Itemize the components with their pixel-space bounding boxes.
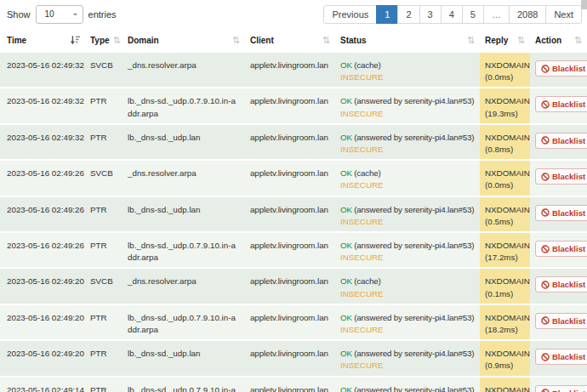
- action-cell: Blacklist: [530, 377, 587, 392]
- column-header-domain[interactable]: Domain ⇅: [123, 31, 245, 52]
- page-5-button[interactable]: 5: [462, 5, 484, 24]
- reply-cell: NXDOMAIN (0.5ms): [480, 196, 530, 232]
- dnssec-status: INSECURE: [340, 108, 475, 120]
- table-row: 2023-05-16 02:49:26 SVCB _dns.resolver.a…: [0, 160, 587, 196]
- entries-select[interactable]: 10: [36, 5, 83, 24]
- reply-cell: NXDOMAIN (17.2ms): [480, 232, 530, 268]
- status-cell: OK (cache) INSECURE: [335, 268, 480, 304]
- action-cell: Blacklist: [530, 232, 587, 268]
- table-row: 2023-05-16 02:49:20 PTR lb._dns-sd._udp.…: [0, 340, 587, 376]
- query-log-page: Show 10 ⌄ entries Previous12345…2088Next…: [0, 0, 587, 392]
- dnssec-status: INSECURE: [340, 252, 475, 264]
- table-row: 2023-05-16 02:49:14 PTR lb._dns-sd._udp.…: [0, 377, 587, 392]
- domain-cell: lb._dns-sd._udp.lan: [123, 196, 245, 232]
- blacklist-button[interactable]: Blacklist: [535, 96, 587, 112]
- action-cell: Blacklist: [530, 340, 587, 376]
- page-length-control: Show 10 ⌄ entries: [7, 5, 117, 24]
- page-2088-button[interactable]: 2088: [509, 5, 546, 24]
- time-cell: 2023-05-16 02:49:26: [0, 196, 85, 232]
- column-header-time[interactable]: Time: [0, 31, 85, 52]
- blacklist-button[interactable]: Blacklist: [535, 133, 587, 149]
- ban-icon: [541, 136, 550, 145]
- ban-icon: [541, 281, 550, 289]
- blacklist-button[interactable]: Blacklist: [535, 349, 587, 365]
- reply-cell: NXDOMAIN (0.8ms): [480, 124, 530, 160]
- page-3-button[interactable]: 3: [419, 5, 442, 24]
- dnssec-status: INSECURE: [340, 360, 475, 372]
- blacklist-button[interactable]: Blacklist: [535, 241, 587, 257]
- time-cell: 2023-05-16 02:49:20: [0, 340, 85, 376]
- time-cell: 2023-05-16 02:49:20: [0, 268, 85, 304]
- ban-icon: [541, 389, 550, 392]
- column-header-type[interactable]: Type ⇅: [85, 31, 123, 52]
- status-cell: OK (answered by serenity-pi4.lan#53) INS…: [335, 340, 480, 376]
- table-row: 2023-05-16 02:49:26 PTR lb._dns-sd._udp.…: [0, 232, 587, 268]
- page-2-button[interactable]: 2: [397, 5, 419, 24]
- domain-cell: lb._dns-sd._udp.0.7.9.10.in-addr.arpa: [123, 88, 245, 123]
- ban-icon: [541, 65, 550, 73]
- ban-icon: [541, 208, 550, 217]
- entries-select-wrap: 10 ⌄: [36, 5, 83, 24]
- client-cell: appletv.livingroom.lan: [245, 52, 335, 88]
- dnssec-status: INSECURE: [340, 288, 475, 300]
- action-cell: Blacklist: [530, 124, 587, 160]
- query-type-cell: PTR: [85, 304, 123, 340]
- time-cell: 2023-05-16 02:49:32: [0, 52, 85, 88]
- domain-cell: _dns.resolver.arpa: [123, 268, 245, 304]
- domain-cell: lb._dns-sd._udp.lan: [123, 340, 245, 376]
- client-cell: appletv.livingroom.lan: [245, 377, 335, 392]
- dnssec-status: INSECURE: [340, 324, 475, 336]
- blacklist-button[interactable]: Blacklist: [535, 276, 587, 293]
- domain-cell: lb._dns-sd._udp.0.7.9.10.in-addr.arpa: [123, 304, 245, 340]
- domain-cell: lb._dns-sd._udp.lan: [123, 124, 245, 160]
- action-cell: Blacklist: [530, 160, 587, 196]
- ban-icon: [541, 353, 550, 361]
- time-cell: 2023-05-16 02:49:32: [0, 88, 85, 123]
- table-header: Time Type ⇅: [0, 31, 587, 52]
- status-cell: OK (answered by serenity-pi4.lan#53) INS…: [335, 304, 480, 340]
- query-type-cell: PTR: [85, 377, 123, 392]
- page-4-button[interactable]: 4: [441, 5, 463, 24]
- client-cell: appletv.livingroom.lan: [245, 160, 335, 196]
- query-log-body: 2023-05-16 02:49:32 SVCB _dns.resolver.a…: [0, 52, 587, 392]
- blacklist-button[interactable]: Blacklist: [535, 313, 587, 329]
- table-row: 2023-05-16 02:49:20 PTR lb._dns-sd._udp.…: [0, 304, 587, 340]
- client-cell: appletv.livingroom.lan: [245, 124, 335, 160]
- time-cell: 2023-05-16 02:49:20: [0, 304, 85, 340]
- reply-cell: NXDOMAIN (19.3ms): [480, 88, 530, 123]
- column-header-reply[interactable]: Reply ⇅: [480, 31, 530, 52]
- status-cell: OK (answered by serenity-pi4.lan#53) INS…: [335, 232, 480, 268]
- query-type-cell: SVCB: [85, 268, 123, 304]
- status-cell: OK (cache) INSECURE: [335, 160, 480, 196]
- previous-page-button[interactable]: Previous: [323, 5, 377, 24]
- entries-label: entries: [88, 9, 117, 20]
- blacklist-button[interactable]: Blacklist: [535, 205, 587, 221]
- page-1-button[interactable]: 1: [376, 5, 398, 24]
- column-header-action[interactable]: Action ⇅: [530, 31, 587, 52]
- action-cell: Blacklist: [530, 304, 587, 340]
- status-cell: OK (cache) INSECURE: [335, 52, 480, 88]
- column-header-client[interactable]: Client ⇅: [245, 31, 335, 52]
- client-cell: appletv.livingroom.lan: [245, 196, 335, 232]
- pagination-ellipsis: …: [483, 5, 510, 24]
- blacklist-button[interactable]: Blacklist: [535, 168, 587, 185]
- scrollbar-thumb[interactable]: [581, 0, 587, 9]
- sort-icon: ⇅: [232, 36, 240, 45]
- blacklist-button[interactable]: Blacklist: [535, 60, 587, 77]
- query-type-cell: PTR: [85, 124, 123, 160]
- time-cell: 2023-05-16 02:49:26: [0, 232, 85, 268]
- sort-icon: ⇅: [113, 36, 121, 45]
- query-log-table: Time Type ⇅: [0, 31, 587, 392]
- blacklist-button[interactable]: Blacklist: [535, 385, 587, 392]
- reply-cell: NXDOMAIN (19.9ms): [480, 377, 530, 392]
- table-toolbar: Show 10 ⌄ entries Previous12345…2088Next: [0, 0, 587, 27]
- table-row: 2023-05-16 02:49:32 SVCB _dns.resolver.a…: [0, 52, 587, 88]
- action-cell: Blacklist: [530, 268, 587, 304]
- table-row: 2023-05-16 02:49:26 PTR lb._dns-sd._udp.…: [0, 196, 587, 232]
- next-page-button[interactable]: Next: [545, 5, 582, 24]
- table-row: 2023-05-16 02:49:32 PTR lb._dns-sd._udp.…: [0, 88, 587, 123]
- query-type-cell: SVCB: [85, 160, 123, 196]
- dnssec-status: INSECURE: [340, 179, 475, 191]
- column-header-status[interactable]: Status ⇅: [335, 31, 480, 52]
- sort-icon: ⇅: [517, 36, 525, 45]
